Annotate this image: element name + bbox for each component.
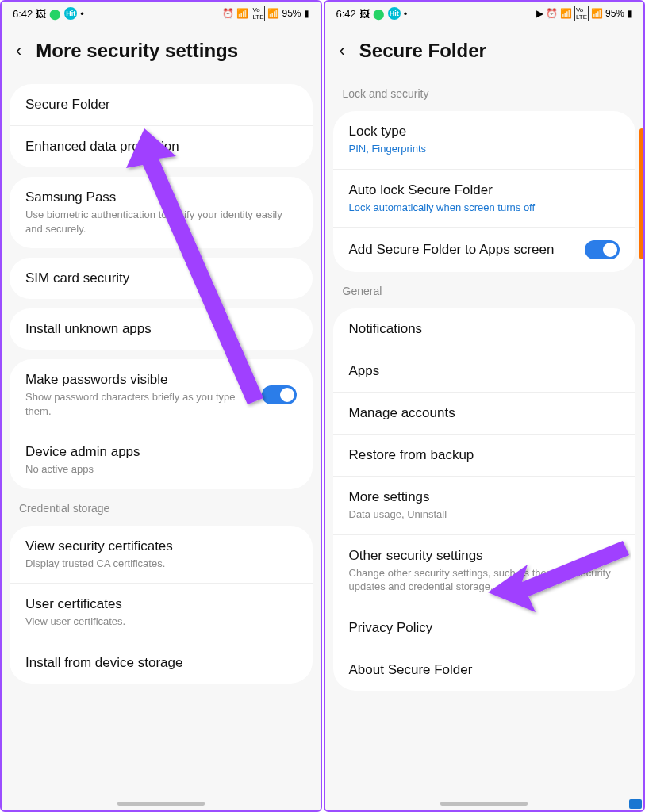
section-credential-storage: Credential storage — [2, 494, 321, 521]
alarm-icon: ⏰ — [546, 8, 558, 19]
item-sub: Use biometric authentication to verify y… — [25, 208, 289, 236]
phone-right: 6:42 🖼 ⬤ Hit • ▶ ⏰ 📶 VoLTE 📶 95% ▮ ‹ Sec… — [324, 0, 646, 812]
item-label: Other security settings — [349, 548, 612, 564]
item-sim-security[interactable]: SIM card security — [10, 258, 313, 299]
nav-bar — [2, 796, 321, 810]
item-label: Enhanced data protection — [25, 139, 289, 155]
item-label: Lock type — [349, 124, 612, 140]
item-label: About Secure Folder — [349, 662, 612, 678]
page-title: Secure Folder — [359, 40, 486, 62]
status-time: 6:42 — [336, 8, 356, 20]
nav-bar — [325, 796, 644, 810]
item-more-settings[interactable]: More settings Data usage, Uninstall — [333, 477, 636, 535]
dot-icon: • — [80, 8, 84, 20]
group-general: Notifications Apps Manage accounts Resto… — [333, 308, 636, 691]
item-sub: View user certificates. — [25, 615, 289, 629]
group-lock: Lock type PIN, Fingerprints Auto lock Se… — [333, 111, 636, 272]
group-credential: View security certificates Display trust… — [10, 526, 313, 684]
back-icon[interactable]: ‹ — [340, 42, 345, 59]
item-sub: Display trusted CA certificates. — [25, 557, 289, 571]
toggle-add-apps[interactable] — [585, 240, 620, 259]
group-sim: SIM card security — [10, 258, 313, 299]
item-label: Restore from backup — [349, 447, 612, 463]
battery-icon: ▮ — [304, 8, 309, 19]
item-apps[interactable]: Apps — [333, 350, 636, 393]
page-header: ‹ Secure Folder — [325, 25, 644, 79]
wifi-icon: 📶 — [236, 8, 248, 19]
signal-icon: 📶 — [267, 8, 279, 19]
item-user-certs[interactable]: User certificates View user certificates… — [10, 584, 313, 642]
group-secure: Secure Folder Enhanced data protection — [10, 84, 313, 167]
item-secure-folder[interactable]: Secure Folder — [10, 84, 313, 126]
item-label: View security certificates — [25, 538, 289, 554]
battery-icon: ▮ — [627, 8, 632, 19]
item-sub: Change other security settings, such as … — [349, 566, 612, 594]
item-label: Manage accounts — [349, 405, 612, 421]
item-add-to-apps[interactable]: Add Secure Folder to Apps screen — [333, 228, 636, 272]
item-lock-type[interactable]: Lock type PIN, Fingerprints — [333, 111, 636, 170]
battery-pct: 95% — [605, 8, 624, 19]
item-label: Privacy Policy — [349, 620, 612, 636]
item-make-passwords-visible[interactable]: Make passwords visible Show password cha… — [10, 359, 313, 431]
item-sub: Lock automatically when screen turns off — [349, 201, 612, 215]
item-sub: Data usage, Uninstall — [349, 508, 612, 522]
group-passwords: Make passwords visible Show password cha… — [10, 359, 313, 489]
item-privacy-policy[interactable]: Privacy Policy — [333, 607, 636, 649]
item-label: SIM card security — [25, 270, 289, 286]
status-bar: 6:42 🖼 ⬤ Hit • ⏰ 📶 VoLTE 📶 95% ▮ — [2, 2, 321, 25]
item-label: Samsung Pass — [25, 190, 289, 205]
item-label: Device admin apps — [25, 444, 289, 460]
image-icon: 🖼 — [36, 8, 46, 20]
item-sub: Show password characters briefly as you … — [25, 390, 254, 418]
status-time: 6:42 — [13, 8, 33, 20]
item-label: User certificates — [25, 596, 289, 612]
nav-pill[interactable] — [440, 802, 528, 806]
corner-badge-icon — [629, 799, 642, 809]
toggle-passwords-visible[interactable] — [262, 385, 297, 404]
group-unknown-apps: Install unknown apps — [10, 308, 313, 350]
item-about[interactable]: About Secure Folder — [333, 649, 636, 691]
volte-icon: VoLTE — [251, 6, 265, 21]
item-label: Apps — [349, 363, 612, 379]
item-device-admin[interactable]: Device admin apps No active apps — [10, 431, 313, 489]
item-label: Auto lock Secure Folder — [349, 182, 612, 198]
nav-pill[interactable] — [117, 802, 205, 806]
item-sub: No active apps — [25, 462, 289, 477]
item-label: Notifications — [349, 321, 612, 337]
section-lock: Lock and security — [325, 79, 644, 106]
item-label: More settings — [349, 489, 612, 505]
item-install-storage[interactable]: Install from device storage — [10, 642, 313, 684]
alarm-icon: ⏰ — [222, 8, 234, 19]
item-label: Install unknown apps — [25, 321, 289, 337]
whatsapp-icon: ⬤ — [373, 8, 385, 20]
whatsapp-icon: ⬤ — [49, 8, 61, 20]
section-general: General — [325, 277, 644, 304]
item-label: Secure Folder — [25, 97, 289, 113]
item-install-unknown[interactable]: Install unknown apps — [10, 308, 313, 350]
item-manage-accounts[interactable]: Manage accounts — [333, 393, 636, 435]
item-notifications[interactable]: Notifications — [333, 308, 636, 350]
group-samsung-pass: Samsung Pass Use biometric authenticatio… — [10, 177, 313, 248]
edge-indicator — [639, 128, 644, 259]
signal-icon: 📶 — [591, 8, 603, 19]
item-auto-lock[interactable]: Auto lock Secure Folder Lock automatical… — [333, 170, 636, 228]
status-bar: 6:42 🖼 ⬤ Hit • ▶ ⏰ 📶 VoLTE 📶 95% ▮ — [325, 2, 644, 25]
youtube-icon: ▶ — [536, 8, 543, 19]
page-header: ‹ More security settings — [2, 25, 321, 79]
hit-icon: Hit — [64, 7, 77, 20]
item-view-certs[interactable]: View security certificates Display trust… — [10, 526, 313, 584]
volte-icon: VoLTE — [574, 6, 589, 21]
wifi-icon: 📶 — [560, 8, 572, 19]
item-label: Install from device storage — [25, 655, 289, 671]
item-enhanced-data[interactable]: Enhanced data protection — [10, 126, 313, 167]
image-icon: 🖼 — [359, 8, 370, 20]
back-icon[interactable]: ‹ — [16, 42, 21, 59]
phone-left: 6:42 🖼 ⬤ Hit • ⏰ 📶 VoLTE 📶 95% ▮ ‹ More … — [0, 0, 322, 812]
item-other-security[interactable]: Other security settings Change other sec… — [333, 535, 636, 607]
dot-icon: • — [404, 8, 408, 20]
page-title: More security settings — [36, 40, 238, 62]
item-restore-backup[interactable]: Restore from backup — [333, 435, 636, 477]
item-samsung-pass[interactable]: Samsung Pass Use biometric authenticatio… — [10, 177, 313, 248]
item-label: Add Secure Folder to Apps screen — [349, 242, 578, 258]
item-sub: PIN, Fingerprints — [349, 142, 612, 156]
